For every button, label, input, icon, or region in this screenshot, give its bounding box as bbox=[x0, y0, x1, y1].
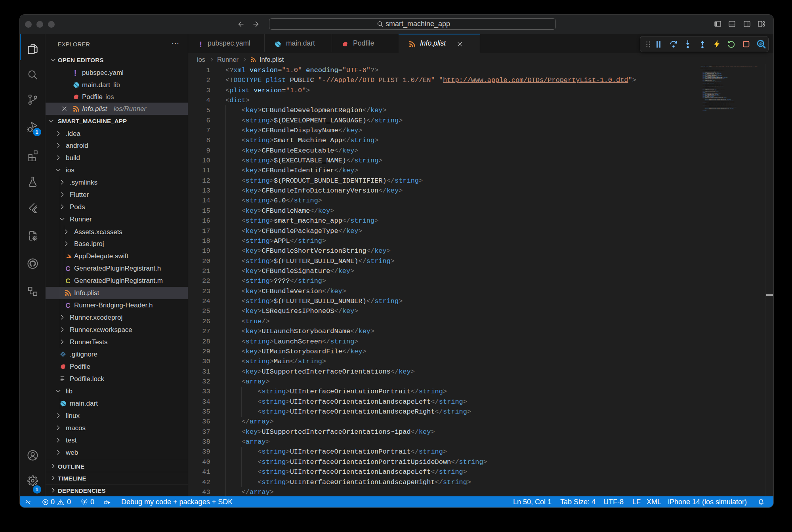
svg-text:C: C bbox=[65, 265, 70, 272]
svg-text:C: C bbox=[65, 277, 70, 284]
svg-text:C: C bbox=[65, 301, 70, 309]
